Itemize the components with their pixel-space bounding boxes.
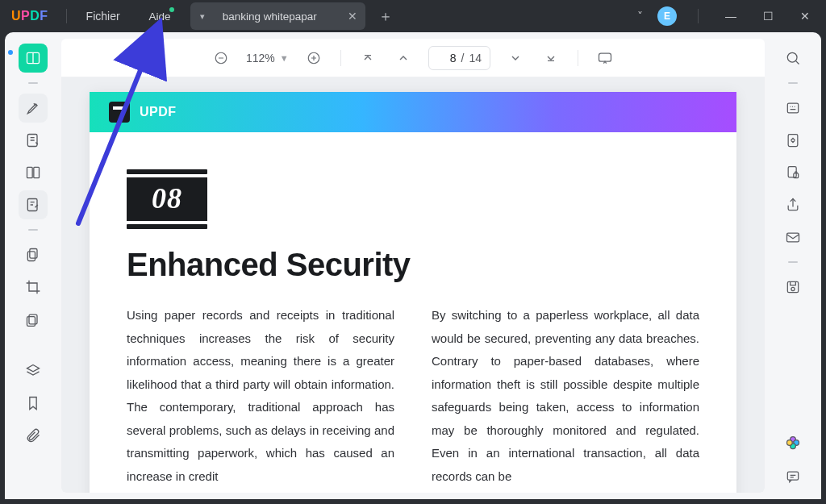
notification-dot	[169, 7, 174, 12]
rail-divider	[788, 82, 798, 84]
svg-rect-6	[27, 252, 35, 261]
ai-assistant-button[interactable]	[778, 428, 807, 457]
presentation-button[interactable]	[594, 48, 615, 69]
svg-rect-13	[787, 103, 798, 113]
svg-point-23	[787, 440, 793, 446]
new-tab-button[interactable]: ＋	[373, 4, 398, 28]
svg-point-12	[787, 52, 797, 62]
rail-divider	[28, 229, 38, 231]
divider	[578, 50, 578, 66]
window-minimize-button[interactable]: —	[720, 10, 742, 23]
tab-dropdown-icon[interactable]: ▾	[200, 11, 205, 22]
form-tool[interactable]	[19, 190, 48, 219]
rail-divider	[788, 261, 798, 263]
copy-page-tool[interactable]	[19, 240, 48, 269]
prev-page-button[interactable]	[393, 48, 414, 69]
zoom-in-button[interactable]	[303, 48, 324, 69]
attachment-tool[interactable]	[19, 421, 48, 450]
menu-help-tab[interactable]: Aide	[138, 4, 182, 28]
body-column-1: Using paper records and receipts in trad…	[127, 304, 394, 488]
page-banner: UPDF	[90, 92, 736, 132]
page-layout-tool[interactable]	[19, 158, 48, 187]
save-button[interactable]	[778, 273, 807, 302]
titlebar: UPDF Fichier Aide ▾ banking whitepapar ✕…	[0, 0, 826, 32]
last-page-button[interactable]	[540, 48, 561, 69]
edit-text-tool[interactable]	[19, 126, 48, 155]
section-number: 08	[127, 177, 207, 221]
brand-text: UPDF	[140, 105, 177, 119]
svg-rect-17	[787, 233, 799, 242]
chevron-down-icon[interactable]: ˅	[637, 10, 643, 23]
comment-panel-button[interactable]	[778, 462, 807, 491]
pdf-page: UPDF 08 Enhanced Security Using paper re…	[90, 92, 736, 493]
ocr-button[interactable]	[778, 94, 807, 123]
window-maximize-button[interactable]: ☐	[757, 10, 779, 23]
view-toolbar: 112% ▼ / 14	[61, 39, 765, 77]
svg-rect-7	[29, 314, 37, 324]
svg-rect-5	[30, 249, 37, 259]
convert-button[interactable]	[778, 126, 807, 155]
zoom-level[interactable]: 112% ▼	[246, 52, 289, 65]
divider	[340, 50, 341, 66]
app-body: 112% ▼ / 14	[5, 32, 821, 499]
current-page-input[interactable]	[437, 52, 457, 65]
protect-button[interactable]	[778, 158, 807, 187]
svg-point-19	[791, 287, 795, 290]
divider	[66, 9, 67, 23]
brand-icon	[109, 102, 130, 123]
search-button[interactable]	[778, 44, 807, 73]
tab-title: banking whitepapar	[215, 10, 325, 23]
next-page-button[interactable]	[505, 48, 526, 69]
tab-close-icon[interactable]: ✕	[348, 10, 357, 23]
document-tab[interactable]: ▾ banking whitepapar ✕	[190, 2, 365, 30]
chevron-down-icon: ▼	[280, 53, 289, 63]
document-viewport[interactable]: UPDF 08 Enhanced Security Using paper re…	[61, 77, 765, 493]
svg-rect-11	[599, 53, 611, 61]
app-logo: UPDF	[0, 9, 60, 23]
crop-tool[interactable]	[19, 273, 48, 302]
left-toolbar	[5, 32, 61, 499]
batch-tool[interactable]	[19, 305, 48, 334]
total-pages: 14	[469, 52, 482, 65]
zoom-value: 112%	[246, 52, 275, 65]
layers-tool[interactable]	[19, 356, 48, 385]
section-marker: 08	[127, 169, 207, 229]
menu-help-label: Aide	[149, 10, 171, 23]
page-heading: Enhanced Security	[127, 247, 699, 283]
page-separator: /	[461, 52, 465, 65]
reader-mode-button[interactable]	[19, 44, 48, 73]
svg-rect-2	[27, 167, 33, 177]
body-columns: Using paper records and receipts in trad…	[90, 304, 736, 488]
highlighter-tool[interactable]	[19, 94, 48, 123]
right-toolbar	[765, 32, 821, 499]
svg-rect-14	[788, 135, 798, 147]
first-page-button[interactable]	[357, 48, 378, 69]
share-button[interactable]	[778, 190, 807, 219]
zoom-out-button[interactable]	[211, 48, 232, 69]
menu-file[interactable]: Fichier	[73, 5, 133, 27]
svg-rect-3	[34, 167, 40, 177]
page-indicator[interactable]: / 14	[428, 46, 490, 70]
divider	[698, 9, 699, 23]
email-button[interactable]	[778, 223, 807, 252]
bookmark-tool[interactable]	[19, 389, 48, 418]
center-pane: 112% ▼ / 14	[61, 39, 765, 493]
svg-rect-24	[787, 472, 798, 480]
side-handle[interactable]	[8, 50, 13, 55]
window-close-button[interactable]: ✕	[794, 10, 816, 23]
svg-rect-8	[27, 317, 35, 327]
rail-divider	[28, 82, 38, 84]
body-column-2: By switching to a paperless workplace, a…	[432, 304, 699, 488]
user-avatar[interactable]: E	[657, 6, 677, 26]
